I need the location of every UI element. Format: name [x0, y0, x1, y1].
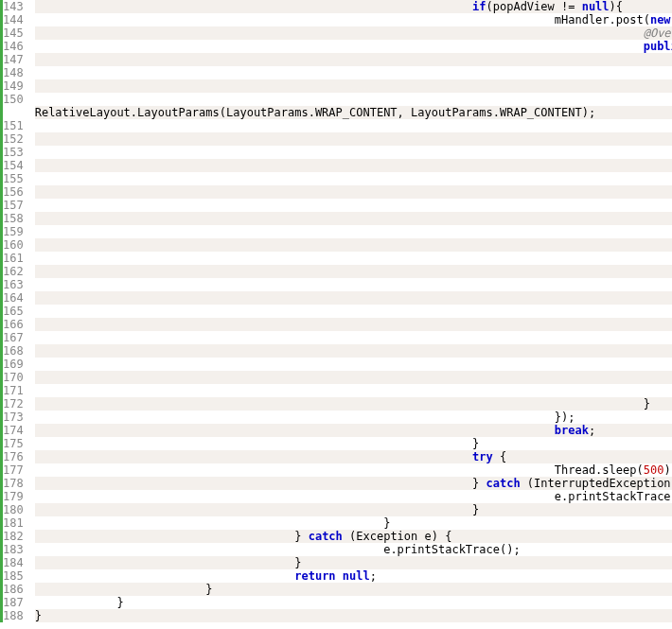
code-line[interactable]: return null;	[35, 569, 672, 583]
line-number: 150	[3, 93, 24, 106]
line-number: 171	[3, 384, 24, 397]
code-line[interactable]: }	[35, 609, 672, 622]
code-line[interactable]: }	[35, 371, 672, 384]
line-number: 187	[3, 596, 24, 609]
code-line[interactable]: }else if(displaySize == 240){	[35, 212, 672, 225]
code-line[interactable]: if(displaySize == 320){	[35, 172, 672, 185]
code-line[interactable]: if(popAdView != null){	[35, 0, 672, 13]
code-line[interactable]: } catch (InterruptedException e) {	[35, 477, 672, 490]
code-line[interactable]: }	[35, 596, 672, 609]
line-number: 160	[3, 238, 24, 252]
code-line[interactable]: } catch (Exception e) {	[35, 530, 672, 543]
code-line[interactable]: // 对手机进行屏幕判断	[35, 146, 672, 159]
line-number: 185	[3, 569, 24, 583]
line-number: 143	[3, 0, 24, 13]
code-line[interactable]: params.rightMargin=4;	[35, 318, 672, 331]
line-number-gutter: 1431441451461471481491501511521531541551…	[0, 0, 31, 622]
line-number: 180	[3, 503, 24, 516]
code-line[interactable]: e.printStackTrace();	[35, 490, 672, 503]
code-line[interactable]: pop_layout.addView(popAdView);	[35, 53, 672, 66]
code-line[interactable]: params.topMargin=4;	[35, 305, 672, 318]
code-line[interactable]: RelativeLayout.LayoutParams params = new	[35, 93, 672, 106]
code-line[interactable]: mHandler.post(new Runnable(){	[35, 13, 672, 26]
code-line[interactable]: params.topMargin=2;	[35, 344, 672, 358]
line-number: 170	[3, 371, 24, 384]
code-line[interactable]: params.topMargin=3;	[35, 265, 672, 278]
code-line[interactable]: }	[35, 437, 672, 450]
code-line[interactable]: try {	[35, 450, 672, 463]
code-line[interactable]: }	[35, 397, 672, 411]
line-number: 147	[3, 53, 24, 66]
line-number: 178	[3, 477, 24, 490]
code-line[interactable]: Thread.sleep(500);	[35, 463, 672, 477]
line-number: 184	[3, 556, 24, 569]
line-number: 175	[3, 437, 24, 450]
line-number: 172	[3, 397, 24, 411]
line-number: 164	[3, 291, 24, 305]
code-line[interactable]: }	[35, 583, 672, 596]
code-line[interactable]: RelativeLayout.LayoutParams(LayoutParams…	[35, 106, 672, 119]
code-line[interactable]: params.rightMargin=2;	[35, 358, 672, 371]
line-number: 169	[3, 358, 24, 371]
line-number: 162	[3, 265, 24, 278]
line-number: 161	[3, 252, 24, 265]
code-line[interactable]: }	[35, 516, 672, 530]
line-number: 181	[3, 516, 24, 530]
line-number: 166	[3, 318, 24, 331]
code-editor: 1431441451461471481491501511521531541551…	[0, 0, 672, 622]
line-number: 154	[3, 159, 24, 172]
line-number: 174	[3, 424, 24, 437]
line-number	[3, 106, 24, 119]
line-number: 155	[3, 172, 24, 185]
code-line[interactable]: }	[35, 556, 672, 569]
line-number: 186	[3, 583, 24, 596]
line-number: 145	[3, 26, 24, 40]
line-number: 173	[3, 411, 24, 424]
code-line[interactable]: params.addRule(RelativeLayout.ALIGN_TOP,…	[35, 119, 672, 132]
line-number: 176	[3, 450, 24, 463]
line-number: 144	[3, 13, 24, 26]
line-number: 183	[3, 543, 24, 556]
code-line[interactable]: @Override	[35, 26, 672, 40]
line-number: 149	[3, 79, 24, 93]
line-number: 159	[3, 225, 24, 238]
line-number: 157	[3, 199, 24, 212]
code-line[interactable]: //倒计时布局所需的LayoutParams	[35, 79, 672, 93]
code-area[interactable]: if(popAdView != null){ mHandler.post(new…	[31, 0, 672, 622]
code-line[interactable]: e.printStackTrace();	[35, 543, 672, 556]
line-number: 151	[3, 119, 24, 132]
line-number: 148	[3, 66, 24, 79]
code-line[interactable]: params.topMargin=1;	[35, 225, 672, 238]
line-number: 153	[3, 146, 24, 159]
code-line[interactable]: int displaySize = SDKUtils.getDisplaySiz…	[35, 159, 672, 172]
line-number: 156	[3, 185, 24, 199]
code-line[interactable]: params.rightMargin=1;	[35, 199, 672, 212]
line-number: 163	[3, 278, 24, 291]
code-line[interactable]: params.rightMargin=3;	[35, 278, 672, 291]
code-line[interactable]: public void run() {	[35, 40, 672, 53]
line-number: 188	[3, 609, 24, 622]
code-line[interactable]: popAdView.setId(1);	[35, 66, 672, 79]
line-number: 167	[3, 331, 24, 344]
code-line[interactable]: }	[35, 503, 672, 516]
line-number: 146	[3, 40, 24, 53]
code-line[interactable]: params.rightMargin=1;	[35, 238, 672, 252]
line-number: 158	[3, 212, 24, 225]
code-line[interactable]: params.topMargin=1;	[35, 185, 672, 199]
line-number: 177	[3, 463, 24, 477]
line-number: 179	[3, 490, 24, 503]
code-line[interactable]: });	[35, 411, 672, 424]
code-line[interactable]: }else if(displaySize == 1080){	[35, 291, 672, 305]
code-line[interactable]: params.addRule(RelativeLayout.ALIGN_RIGH…	[35, 132, 672, 146]
line-number: 182	[3, 530, 24, 543]
code-line[interactable]: }else{	[35, 331, 672, 344]
line-number: 165	[3, 305, 24, 318]
code-line[interactable]: pop_layout.addView(timeView, params);	[35, 384, 672, 397]
code-line[interactable]: break;	[35, 424, 672, 437]
line-number: 152	[3, 132, 24, 146]
code-line[interactable]: }else if(displaySize == 720){	[35, 252, 672, 265]
line-number: 168	[3, 344, 24, 358]
